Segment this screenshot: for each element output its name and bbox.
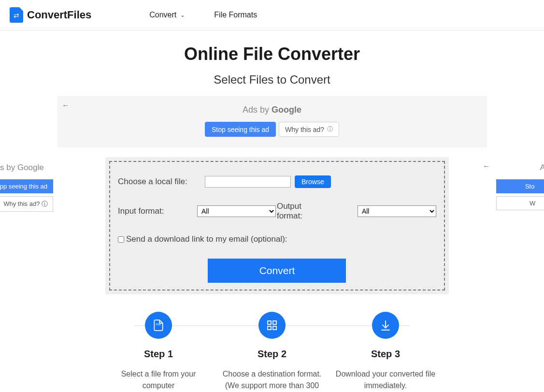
logo-text: ConvertFiles <box>27 9 91 21</box>
input-format-label: Input format: <box>118 206 197 216</box>
convert-button[interactable]: Convert <box>208 259 346 283</box>
step-1: FILE Step 1 Select a file from your comp… <box>105 312 212 392</box>
stop-ad-button[interactable]: Stop seeing this ad <box>205 122 276 137</box>
main-row: s by Google pp seeing this ad Why this a… <box>0 157 544 294</box>
step-2: Step 2 Choose a destination format. (We … <box>219 312 325 392</box>
why-ad-button[interactable]: Why this ad? ⓘ <box>279 122 339 137</box>
steps-row: FILE Step 1 Select a file from your comp… <box>105 312 439 392</box>
ad-banner-top: ← Ads by Google Stop seeing this ad Why … <box>57 96 487 147</box>
browse-button[interactable]: Browse <box>295 175 331 188</box>
page-subtitle: Select Files to Convert <box>0 73 544 87</box>
email-checkbox[interactable] <box>118 236 124 243</box>
step-2-desc: Choose a destination format. (We support… <box>219 368 325 392</box>
svg-text:FILE: FILE <box>156 323 161 326</box>
download-icon <box>372 312 399 339</box>
output-format-select[interactable]: All <box>358 205 436 217</box>
file-input[interactable] <box>205 176 291 188</box>
svg-rect-1 <box>268 321 271 324</box>
nav-convert[interactable]: Convert ⌄ <box>149 11 185 19</box>
page-title: Online File Converter <box>0 44 544 64</box>
output-format-label: Output format: <box>277 202 325 221</box>
nav-convert-label: Convert <box>149 11 176 19</box>
step-3: Step 3 Download your converted file imme… <box>332 312 439 392</box>
side-why-ad-button-right[interactable]: W <box>496 196 544 210</box>
input-format-select[interactable]: All <box>197 205 276 217</box>
converter-box: Choose a local file: Browse Input format… <box>105 157 449 294</box>
file-icon: FILE <box>145 312 172 339</box>
logo[interactable]: ConvertFiles <box>10 7 91 23</box>
side-ad-left-label: s by Google <box>0 163 77 173</box>
info-icon: ⓘ <box>327 125 333 133</box>
side-stop-ad-button-left[interactable]: pp seeing this ad <box>0 179 53 193</box>
ads-by-label: Ads by Google <box>57 105 487 115</box>
back-arrow-icon[interactable]: ← <box>62 101 70 110</box>
step-1-desc: Select a file from your computer <box>105 368 212 392</box>
header: ConvertFiles Convert ⌄ File Formats <box>0 0 544 30</box>
back-arrow-icon-right[interactable]: ← <box>483 162 490 171</box>
logo-icon <box>10 7 23 23</box>
choose-file-label: Choose a local file: <box>118 177 205 187</box>
chevron-down-icon: ⌄ <box>180 12 185 18</box>
step-3-title: Step 3 <box>371 348 400 360</box>
nav-file-formats[interactable]: File Formats <box>214 11 257 19</box>
step-3-desc: Download your converted file immediately… <box>332 368 439 392</box>
side-ad-right: ← Ads Sto W <box>477 157 544 216</box>
step-2-title: Step 2 <box>258 348 286 360</box>
step-1-title: Step 1 <box>144 348 173 360</box>
svg-rect-2 <box>273 321 276 324</box>
side-ad-left: s by Google pp seeing this ad Why this a… <box>0 157 77 218</box>
svg-rect-4 <box>273 326 276 330</box>
converter-dropzone[interactable]: Choose a local file: Browse Input format… <box>109 161 445 290</box>
grid-icon <box>258 312 286 339</box>
email-checkbox-label: Send a download link to my email (option… <box>126 234 287 244</box>
side-stop-ad-button-right[interactable]: Sto <box>496 179 544 193</box>
side-why-ad-button-left[interactable]: Why this ad? ⓘ <box>0 196 53 212</box>
svg-rect-3 <box>268 326 271 330</box>
nav: Convert ⌄ File Formats <box>149 11 257 19</box>
nav-file-formats-label: File Formats <box>214 11 257 19</box>
